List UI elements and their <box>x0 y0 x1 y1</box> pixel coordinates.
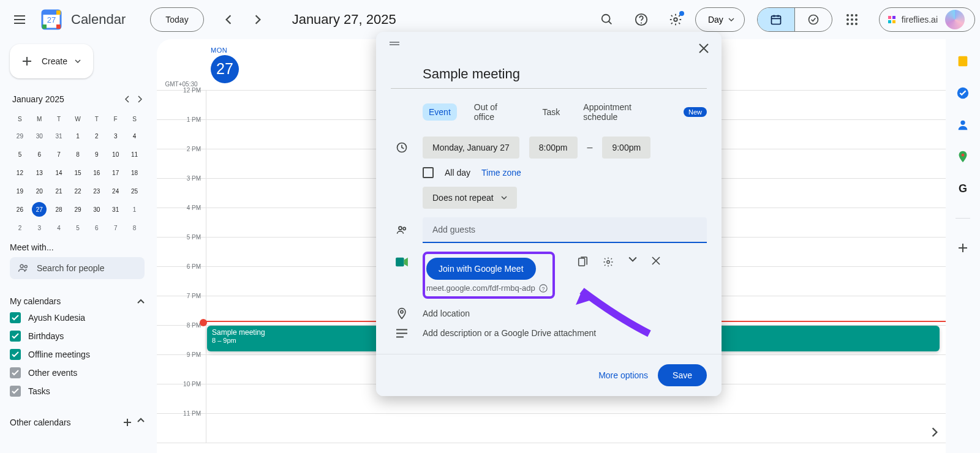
mini-cal-day[interactable]: 8 <box>126 219 143 236</box>
mini-cal-day[interactable]: 19 <box>11 182 29 200</box>
mini-cal-day[interactable]: 9 <box>88 146 105 163</box>
copy-meet-link-icon[interactable] <box>572 252 593 272</box>
mini-cal-day[interactable]: 23 <box>88 182 105 200</box>
mini-cal-day[interactable]: 26 <box>11 201 29 218</box>
mini-cal-day[interactable]: 29 <box>11 127 29 144</box>
save-button[interactable]: Save <box>658 364 707 386</box>
mini-cal-day[interactable]: 14 <box>50 164 68 181</box>
mini-cal-day[interactable]: 8 <box>69 146 87 163</box>
drag-handle-icon[interactable] <box>388 38 401 59</box>
add-description-input[interactable]: Add description or a Google Drive attach… <box>423 328 596 338</box>
calendar-list-item[interactable]: Ayush Kudesia <box>10 309 145 327</box>
tab-event[interactable]: Event <box>423 103 457 121</box>
addon-icon[interactable]: G <box>956 181 970 196</box>
create-button[interactable]: Create <box>10 44 93 78</box>
settings-icon[interactable] <box>661 5 690 34</box>
mini-cal-day[interactable]: 28 <box>50 201 68 218</box>
calendar-checkbox[interactable] <box>10 367 21 378</box>
mini-cal-day[interactable]: 29 <box>69 201 87 218</box>
date-chip[interactable]: Monday, January 27 <box>423 137 519 159</box>
search-people-input[interactable]: Search for people <box>10 257 145 279</box>
fireflies-extension-button[interactable]: fireflies.ai <box>879 7 975 32</box>
mini-cal-day[interactable]: 25 <box>126 182 143 200</box>
mini-cal-day[interactable]: 11 <box>126 146 143 163</box>
remove-meet-icon[interactable] <box>647 252 665 272</box>
apps-icon[interactable] <box>837 5 867 34</box>
calendar-list-item[interactable]: Offline meetings <box>10 345 145 364</box>
calendar-checkbox[interactable] <box>10 312 21 323</box>
avatar[interactable] <box>945 10 965 29</box>
tab-out-of-office[interactable]: Out of office <box>468 99 526 125</box>
mini-cal-day[interactable]: 20 <box>30 182 49 200</box>
keep-icon[interactable] <box>956 54 970 69</box>
today-button[interactable]: Today <box>150 7 203 32</box>
mini-cal-day[interactable]: 1 <box>69 127 87 144</box>
start-time-chip[interactable]: 8:00pm <box>529 137 578 159</box>
mini-cal-day[interactable]: 5 <box>69 219 87 236</box>
view-switcher-button[interactable]: Day <box>695 7 745 32</box>
mini-cal-next[interactable] <box>135 93 145 105</box>
mini-cal-day[interactable]: 15 <box>69 164 87 181</box>
mini-cal-day[interactable]: 24 <box>107 182 124 200</box>
mini-cal-day[interactable]: 16 <box>88 164 105 181</box>
main-menu-icon[interactable] <box>5 5 34 34</box>
calendar-checkbox[interactable] <box>10 349 21 360</box>
calendar-list-item[interactable]: Other events <box>10 364 145 382</box>
mini-cal-day[interactable]: 1 <box>126 201 143 218</box>
mini-cal-day[interactable]: 3 <box>107 127 124 144</box>
allday-checkbox[interactable] <box>423 167 434 178</box>
mini-cal-day[interactable]: 22 <box>69 182 87 200</box>
mini-cal-day[interactable]: 7 <box>50 146 68 163</box>
mini-cal-day[interactable]: 18 <box>126 164 143 181</box>
get-addons-icon[interactable] <box>956 241 970 255</box>
add-location-input[interactable]: Add location <box>423 309 470 318</box>
tab-task[interactable]: Task <box>537 103 567 121</box>
maps-icon[interactable] <box>956 149 970 164</box>
help-icon[interactable] <box>627 5 656 34</box>
mini-cal-day[interactable]: 7 <box>107 219 124 236</box>
mini-cal-day[interactable]: 10 <box>107 146 124 163</box>
help-icon[interactable]: ? <box>539 284 548 293</box>
tasks-icon[interactable] <box>956 86 970 100</box>
mini-cal-day[interactable]: 13 <box>30 164 49 181</box>
my-calendars-header[interactable]: My calendars <box>10 294 145 309</box>
calendar-checkbox[interactable] <box>10 331 21 342</box>
repeat-dropdown[interactable]: Does not repeat <box>423 187 517 209</box>
mini-cal-day[interactable]: 27 <box>30 201 49 218</box>
calendar-checkbox[interactable] <box>10 386 21 397</box>
mini-cal-day[interactable]: 30 <box>88 201 105 218</box>
hour-cell[interactable] <box>206 414 946 443</box>
mini-cal-day[interactable]: 2 <box>88 127 105 144</box>
mini-cal-day[interactable]: 5 <box>11 146 29 163</box>
tasks-view-toggle[interactable] <box>795 8 832 31</box>
calendar-list-item[interactable]: Tasks <box>10 382 145 400</box>
mini-cal-day[interactable]: 12 <box>11 164 29 181</box>
mini-cal-day[interactable]: 2 <box>11 219 29 236</box>
meet-settings-icon[interactable] <box>598 252 619 272</box>
mini-cal-day[interactable]: 4 <box>50 219 68 236</box>
mini-cal-prev[interactable] <box>123 93 132 105</box>
end-time-chip[interactable]: 9:00pm <box>602 137 650 159</box>
hour-row[interactable]: 11 PM <box>157 414 946 443</box>
event-title-input[interactable]: Sample meeting <box>391 61 707 89</box>
prev-day-button[interactable] <box>214 5 243 34</box>
mini-cal-day[interactable]: 6 <box>30 146 49 163</box>
other-calendars-header[interactable]: Other calendars <box>10 415 145 430</box>
mini-cal-day[interactable]: 31 <box>107 201 124 218</box>
tab-appointment[interactable]: Appointment schedule <box>577 99 673 125</box>
timezone-link[interactable]: Time zone <box>481 168 521 178</box>
mini-cal-day[interactable]: 4 <box>126 127 143 144</box>
mini-cal-title[interactable]: January 2025 <box>12 94 64 104</box>
contacts-icon[interactable] <box>956 118 970 132</box>
scroll-right-button[interactable] <box>924 421 946 443</box>
add-guests-input[interactable]: Add guests <box>423 217 707 243</box>
mini-cal-day[interactable]: 31 <box>50 127 68 144</box>
calendar-list-item[interactable]: Birthdays <box>10 327 145 345</box>
next-day-button[interactable] <box>243 5 273 34</box>
join-meet-button[interactable]: Join with Google Meet <box>426 258 536 280</box>
mini-cal-day[interactable]: 17 <box>107 164 124 181</box>
mini-cal-day[interactable]: 3 <box>30 219 49 236</box>
mini-cal-day[interactable]: 21 <box>50 182 68 200</box>
mini-cal-day[interactable]: 6 <box>88 219 105 236</box>
search-icon[interactable] <box>592 5 622 34</box>
